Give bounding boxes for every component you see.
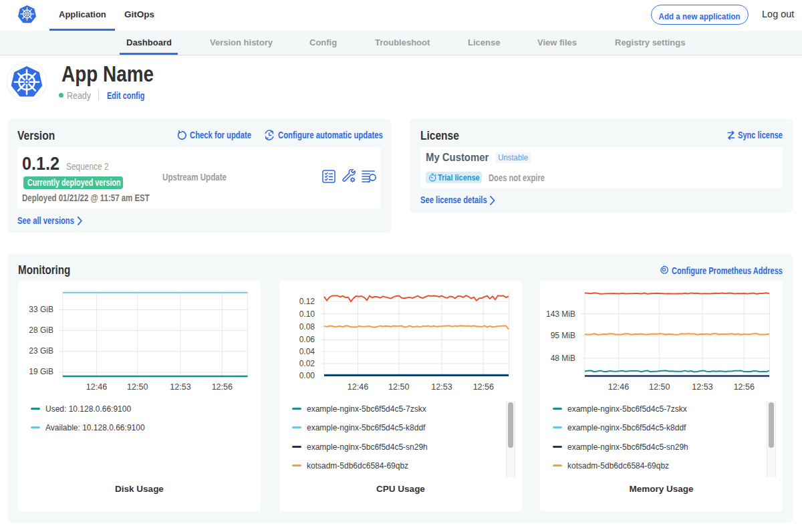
- svg-text:12:53: 12:53: [170, 382, 190, 392]
- svg-text:19 GiB: 19 GiB: [29, 367, 53, 376]
- svg-text:95 MiB: 95 MiB: [551, 331, 575, 340]
- svg-text:0.08: 0.08: [299, 322, 315, 331]
- svg-text:12:46: 12:46: [86, 382, 107, 392]
- svg-text:33 GiB: 33 GiB: [29, 305, 53, 314]
- svg-text:12:50: 12:50: [649, 382, 670, 392]
- svg-text:12:53: 12:53: [692, 382, 712, 392]
- svg-text:0.00: 0.00: [299, 371, 315, 380]
- svg-text:0.12: 0.12: [299, 297, 315, 306]
- svg-text:12:50: 12:50: [127, 382, 148, 392]
- svg-text:0.10: 0.10: [299, 309, 315, 319]
- svg-text:23 GiB: 23 GiB: [29, 346, 53, 356]
- svg-text:12:50: 12:50: [388, 382, 409, 392]
- svg-text:12:53: 12:53: [431, 382, 452, 392]
- svg-text:0.02: 0.02: [299, 359, 315, 368]
- svg-text:12:56: 12:56: [473, 382, 494, 392]
- svg-text:28 GiB: 28 GiB: [29, 325, 53, 335]
- svg-text:143 MiB: 143 MiB: [546, 309, 575, 319]
- svg-text:12:56: 12:56: [212, 382, 233, 392]
- svg-text:48 MiB: 48 MiB: [551, 354, 575, 363]
- svg-text:0.04: 0.04: [299, 347, 315, 356]
- svg-text:12:46: 12:46: [348, 382, 368, 392]
- svg-text:12:46: 12:46: [608, 382, 629, 392]
- svg-text:12:56: 12:56: [734, 382, 755, 392]
- svg-text:0.06: 0.06: [299, 335, 315, 344]
